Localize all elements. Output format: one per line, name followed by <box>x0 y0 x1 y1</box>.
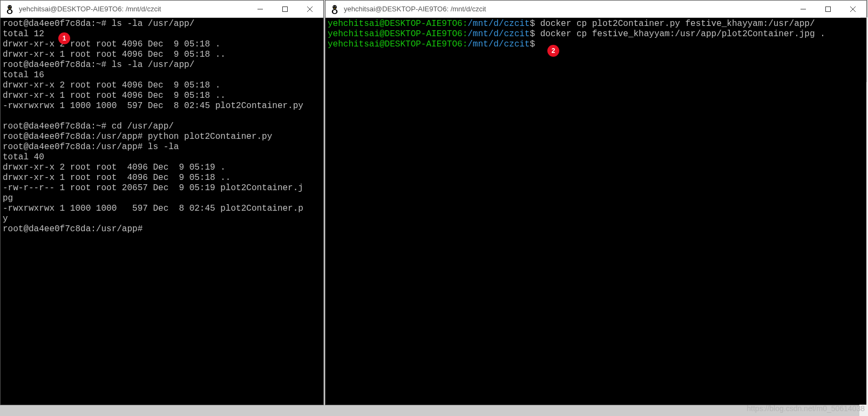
prompt-path: /mnt/d/czcit <box>467 19 530 29</box>
terminal-line: root@da4ee0f7c8da:~# ls -la /usr/app/ <box>3 19 321 29</box>
tux-icon <box>5 4 15 14</box>
minimize-button[interactable] <box>791 1 816 17</box>
terminal-line: root@da4ee0f7c8da:~# ls -la /usr/app/ <box>3 60 321 70</box>
terminal-line: yehchitsai@DESKTOP-AIE9TO6:/mnt/d/czcit$… <box>328 19 864 29</box>
prompt-path: /mnt/d/czcit <box>467 29 530 39</box>
svg-rect-15 <box>826 6 831 11</box>
prompt-cmd: $ docker cp plot2Container.py festive_kh… <box>530 19 815 29</box>
terminal-line: drwxr-xr-x 1 root root 4096 Dec 9 05:18 … <box>3 91 321 101</box>
terminal-line: drwxr-xr-x 1 root root 4096 Dec 9 05:18 … <box>3 50 321 60</box>
terminal-line: y <box>3 214 321 224</box>
svg-point-4 <box>10 6 11 7</box>
terminal-line: total 40 <box>3 152 321 163</box>
terminal-line: root@da4ee0f7c8da:~# cd /usr/app/ <box>3 122 321 132</box>
terminal-line: drwxr-xr-x 2 root root 4096 Dec 9 05:18 … <box>3 39 321 50</box>
close-button[interactable] <box>297 1 322 17</box>
watermark: https://blog.csdn.net/m0_50614038 <box>747 404 865 413</box>
terminal-body[interactable]: yehchitsai@DESKTOP-AIE9TO6:/mnt/d/czcit$… <box>326 18 866 405</box>
close-button[interactable] <box>840 1 865 17</box>
svg-point-3 <box>9 6 10 7</box>
svg-point-12 <box>334 6 335 7</box>
window-title: yehchitsai@DESKTOP-AIE9TO6: /mnt/d/czcit <box>19 5 248 13</box>
window-title: yehchitsai@DESKTOP-AIE9TO6: /mnt/d/czcit <box>344 5 791 13</box>
terminal-line: drwxr-xr-x 2 root root 4096 Dec 9 05:19 … <box>3 163 321 173</box>
minimize-button[interactable] <box>248 1 273 17</box>
annotation-badge-1: 1 <box>58 32 70 44</box>
window-controls <box>791 1 865 17</box>
annotation-badge-2: 2 <box>547 45 559 57</box>
terminal-line: -rwxrwxrwx 1 1000 1000 597 Dec 8 02:45 p… <box>3 204 321 214</box>
titlebar[interactable]: yehchitsai@DESKTOP-AIE9TO6: /mnt/d/czcit <box>326 1 866 18</box>
terminal-line: drwxr-xr-x 2 root root 4096 Dec 9 05:18 … <box>3 80 321 91</box>
terminal-line: drwxr-xr-x 1 root root 4096 Dec 9 05:18 … <box>3 173 321 183</box>
terminal-line <box>3 111 321 122</box>
terminal-line: -rw-r--r-- 1 root root 20657 Dec 9 05:19… <box>3 183 321 193</box>
tux-icon <box>330 4 340 14</box>
maximize-button[interactable] <box>816 1 840 17</box>
svg-point-13 <box>335 6 336 7</box>
terminal-line: yehchitsai@DESKTOP-AIE9TO6:/mnt/d/czcit$… <box>328 29 864 39</box>
terminal-line: yehchitsai@DESKTOP-AIE9TO6:/mnt/d/czcit$ <box>328 39 864 50</box>
svg-point-11 <box>333 10 336 13</box>
svg-point-2 <box>8 10 11 13</box>
terminal-body[interactable]: root@da4ee0f7c8da:~# ls -la /usr/app/tot… <box>1 18 323 405</box>
terminal-line: total 12 <box>3 29 321 39</box>
terminal-line: total 16 <box>3 70 321 80</box>
terminal-window-left: yehchitsai@DESKTOP-AIE9TO6: /mnt/d/czcit… <box>0 0 324 405</box>
svg-rect-6 <box>283 6 288 11</box>
terminal-line: root@da4ee0f7c8da:/usr/app# python plot2… <box>3 132 321 142</box>
prompt-user: yehchitsai@DESKTOP-AIE9TO6: <box>328 29 467 39</box>
titlebar[interactable]: yehchitsai@DESKTOP-AIE9TO6: /mnt/d/czcit <box>1 1 323 18</box>
prompt-user: yehchitsai@DESKTOP-AIE9TO6: <box>328 39 467 49</box>
terminal-line: root@da4ee0f7c8da:/usr/app# <box>3 224 321 234</box>
terminal-line: pg <box>3 193 321 204</box>
window-controls <box>248 1 322 17</box>
prompt-user: yehchitsai@DESKTOP-AIE9TO6: <box>328 19 467 29</box>
terminal-line: root@da4ee0f7c8da:/usr/app# ls -la <box>3 142 321 152</box>
terminal-window-right: yehchitsai@DESKTOP-AIE9TO6: /mnt/d/czcit… <box>325 0 867 405</box>
terminal-line: -rwxrwxrwx 1 1000 1000 597 Dec 8 02:45 p… <box>3 101 321 111</box>
maximize-button[interactable] <box>273 1 297 17</box>
prompt-cmd: $ <box>530 39 535 49</box>
prompt-cmd: $ docker cp festive_khayyam:/usr/app/plo… <box>530 29 825 39</box>
prompt-path: /mnt/d/czcit <box>467 39 530 49</box>
